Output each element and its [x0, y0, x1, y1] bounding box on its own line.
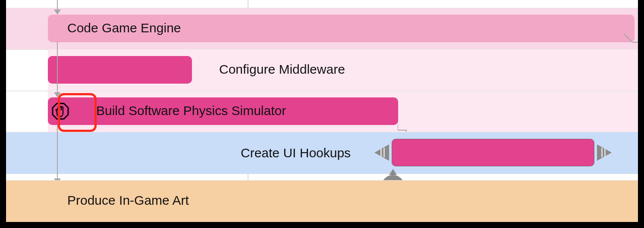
dependency-arrow-icon — [54, 9, 61, 15]
stop-hand-icon — [52, 103, 69, 120]
task-bar-produce-art[interactable]: Produce In-Game Art — [48, 185, 635, 216]
svg-rect-7 — [604, 148, 606, 157]
task-bar-ui-hookups[interactable] — [392, 139, 594, 166]
task-label: Code Game Engine — [67, 21, 181, 35]
task-label: Create UI Hookups — [241, 146, 351, 160]
task-label: Configure Middleware — [219, 62, 345, 77]
svg-rect-3 — [380, 148, 382, 157]
task-label: Produce In-Game Art — [67, 193, 189, 208]
dependency-line — [57, 125, 58, 180]
svg-rect-4 — [383, 148, 385, 157]
task-bar-build-physics[interactable]: Build Software Physics Simulator — [48, 97, 398, 125]
task-bar-code-engine[interactable]: Code Game Engine — [48, 15, 635, 42]
task-label: Build Software Physics Simulator — [96, 103, 286, 118]
task-bar-configure-middleware[interactable] — [48, 56, 192, 84]
svg-rect-6 — [601, 148, 603, 157]
dependency-line — [57, 41, 58, 93]
resize-handle-left[interactable] — [372, 143, 390, 162]
gantt-canvas[interactable]: Code Game Engine Configure Middleware Bu… — [6, 0, 638, 222]
resize-handle-right[interactable] — [596, 143, 614, 162]
